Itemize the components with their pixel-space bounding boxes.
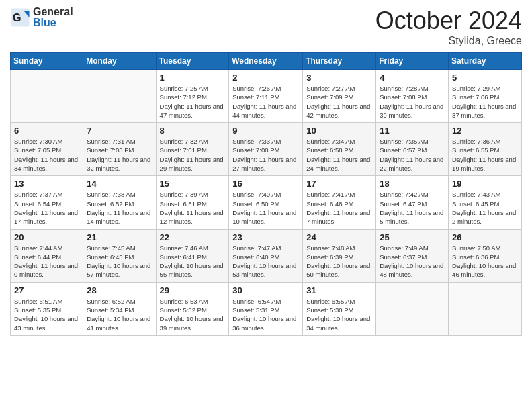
day-info: Sunrise: 7:42 AM Sunset: 6:47 PM Dayligh… — [380, 190, 445, 226]
page-header: G General Blue October 2024 Stylida, Gre… — [10, 7, 522, 47]
day-info: Sunrise: 7:34 AM Sunset: 6:58 PM Dayligh… — [306, 137, 372, 173]
day-info: Sunrise: 7:48 AM Sunset: 6:39 PM Dayligh… — [306, 244, 372, 279]
calendar-cell: 16Sunrise: 7:40 AM Sunset: 6:50 PM Dayli… — [229, 176, 303, 229]
calendar-cell: 9Sunrise: 7:33 AM Sunset: 7:00 PM Daylig… — [229, 123, 303, 176]
calendar-cell: 8Sunrise: 7:32 AM Sunset: 7:01 PM Daylig… — [156, 123, 229, 176]
day-number: 30 — [232, 285, 299, 295]
calendar-header-row: SundayMondayTuesdayWednesdayThursdayFrid… — [11, 53, 522, 70]
calendar-cell: 17Sunrise: 7:41 AM Sunset: 6:48 PM Dayli… — [303, 176, 376, 229]
day-number: 15 — [160, 179, 226, 189]
calendar-day-header: Sunday — [11, 53, 83, 70]
calendar-cell: 3Sunrise: 7:27 AM Sunset: 7:09 PM Daylig… — [303, 70, 376, 123]
day-number: 8 — [160, 126, 226, 136]
day-info: Sunrise: 7:46 AM Sunset: 6:41 PM Dayligh… — [160, 244, 226, 279]
calendar-day-header: Wednesday — [229, 53, 303, 70]
calendar-week-row: 1Sunrise: 7:25 AM Sunset: 7:12 PM Daylig… — [11, 70, 522, 123]
day-number: 19 — [452, 179, 518, 189]
day-number: 7 — [87, 126, 152, 136]
calendar-day-header: Friday — [376, 53, 449, 70]
day-number: 17 — [306, 179, 372, 189]
day-number: 1 — [160, 73, 226, 83]
calendar-cell: 5Sunrise: 7:29 AM Sunset: 7:06 PM Daylig… — [449, 70, 522, 123]
day-info: Sunrise: 6:54 AM Sunset: 5:31 PM Dayligh… — [232, 297, 299, 332]
calendar-cell: 13Sunrise: 7:37 AM Sunset: 6:54 PM Dayli… — [11, 176, 83, 229]
calendar-cell — [83, 70, 156, 123]
calendar-cell: 29Sunrise: 6:53 AM Sunset: 5:32 PM Dayli… — [156, 282, 229, 335]
calendar-cell: 18Sunrise: 7:42 AM Sunset: 6:47 PM Dayli… — [376, 176, 449, 229]
day-number: 31 — [306, 285, 372, 295]
calendar-day-header: Tuesday — [156, 53, 229, 70]
month-title: October 2024 — [375, 7, 522, 35]
logo-blue-text: Blue — [33, 17, 56, 28]
day-info: Sunrise: 7:35 AM Sunset: 6:57 PM Dayligh… — [380, 137, 445, 173]
day-info: Sunrise: 7:40 AM Sunset: 6:50 PM Dayligh… — [232, 190, 299, 226]
calendar-cell: 4Sunrise: 7:28 AM Sunset: 7:08 PM Daylig… — [376, 70, 449, 123]
calendar-cell: 23Sunrise: 7:47 AM Sunset: 6:40 PM Dayli… — [229, 229, 303, 282]
day-info: Sunrise: 6:52 AM Sunset: 5:34 PM Dayligh… — [87, 297, 152, 332]
calendar-day-header: Monday — [83, 53, 156, 70]
calendar-cell: 15Sunrise: 7:39 AM Sunset: 6:51 PM Dayli… — [156, 176, 229, 229]
calendar-cell: 30Sunrise: 6:54 AM Sunset: 5:31 PM Dayli… — [229, 282, 303, 335]
calendar-cell: 28Sunrise: 6:52 AM Sunset: 5:34 PM Dayli… — [83, 282, 156, 335]
day-info: Sunrise: 7:37 AM Sunset: 6:54 PM Dayligh… — [14, 190, 79, 226]
calendar-cell: 2Sunrise: 7:26 AM Sunset: 7:11 PM Daylig… — [229, 70, 303, 123]
calendar-week-row: 13Sunrise: 7:37 AM Sunset: 6:54 PM Dayli… — [11, 176, 522, 229]
day-info: Sunrise: 7:29 AM Sunset: 7:06 PM Dayligh… — [452, 84, 518, 120]
day-number: 10 — [306, 126, 372, 136]
calendar-cell: 25Sunrise: 7:49 AM Sunset: 6:37 PM Dayli… — [376, 229, 449, 282]
day-number: 26 — [452, 232, 518, 242]
calendar-cell: 31Sunrise: 6:55 AM Sunset: 5:30 PM Dayli… — [303, 282, 376, 335]
calendar-cell: 21Sunrise: 7:45 AM Sunset: 6:43 PM Dayli… — [83, 229, 156, 282]
day-info: Sunrise: 7:26 AM Sunset: 7:11 PM Dayligh… — [232, 84, 299, 120]
day-number: 2 — [232, 73, 299, 83]
logo: G General Blue — [10, 7, 73, 28]
calendar-cell: 12Sunrise: 7:36 AM Sunset: 6:55 PM Dayli… — [449, 123, 522, 176]
calendar-cell: 10Sunrise: 7:34 AM Sunset: 6:58 PM Dayli… — [303, 123, 376, 176]
day-number: 28 — [87, 285, 152, 295]
calendar-cell: 24Sunrise: 7:48 AM Sunset: 6:39 PM Dayli… — [303, 229, 376, 282]
location: Stylida, Greece — [375, 35, 522, 47]
calendar-cell: 1Sunrise: 7:25 AM Sunset: 7:12 PM Daylig… — [156, 70, 229, 123]
day-info: Sunrise: 7:41 AM Sunset: 6:48 PM Dayligh… — [306, 190, 372, 226]
day-number: 24 — [306, 232, 372, 242]
day-info: Sunrise: 7:39 AM Sunset: 6:51 PM Dayligh… — [160, 190, 226, 226]
calendar-day-header: Saturday — [449, 53, 522, 70]
calendar-cell: 22Sunrise: 7:46 AM Sunset: 6:41 PM Dayli… — [156, 229, 229, 282]
day-info: Sunrise: 7:33 AM Sunset: 7:00 PM Dayligh… — [232, 137, 299, 173]
day-info: Sunrise: 7:50 AM Sunset: 6:36 PM Dayligh… — [452, 244, 518, 279]
calendar-cell — [449, 282, 522, 335]
logo-general-text: General — [33, 6, 73, 17]
calendar-cell: 6Sunrise: 7:30 AM Sunset: 7:05 PM Daylig… — [11, 123, 83, 176]
calendar-cell: 27Sunrise: 6:51 AM Sunset: 5:35 PM Dayli… — [11, 282, 83, 335]
day-number: 20 — [14, 232, 79, 242]
day-info: Sunrise: 7:49 AM Sunset: 6:37 PM Dayligh… — [380, 244, 445, 279]
day-info: Sunrise: 7:36 AM Sunset: 6:55 PM Dayligh… — [452, 137, 518, 173]
calendar-cell: 11Sunrise: 7:35 AM Sunset: 6:57 PM Dayli… — [376, 123, 449, 176]
day-number: 18 — [380, 179, 445, 189]
day-number: 6 — [14, 126, 79, 136]
day-number: 9 — [232, 126, 299, 136]
day-number: 21 — [87, 232, 152, 242]
day-number: 25 — [380, 232, 445, 242]
day-number: 5 — [452, 73, 518, 83]
day-number: 22 — [160, 232, 226, 242]
day-info: Sunrise: 7:30 AM Sunset: 7:05 PM Dayligh… — [14, 137, 79, 173]
day-number: 29 — [160, 285, 226, 295]
day-info: Sunrise: 6:51 AM Sunset: 5:35 PM Dayligh… — [14, 297, 79, 332]
day-info: Sunrise: 6:53 AM Sunset: 5:32 PM Dayligh… — [160, 297, 226, 332]
logo-icon: G — [10, 7, 30, 28]
day-info: Sunrise: 7:47 AM Sunset: 6:40 PM Dayligh… — [232, 244, 299, 279]
calendar-cell — [376, 282, 449, 335]
day-info: Sunrise: 6:55 AM Sunset: 5:30 PM Dayligh… — [306, 297, 372, 332]
calendar-cell: 14Sunrise: 7:38 AM Sunset: 6:52 PM Dayli… — [83, 176, 156, 229]
calendar-cell: 19Sunrise: 7:43 AM Sunset: 6:45 PM Dayli… — [449, 176, 522, 229]
day-info: Sunrise: 7:44 AM Sunset: 6:44 PM Dayligh… — [14, 244, 79, 279]
day-info: Sunrise: 7:43 AM Sunset: 6:45 PM Dayligh… — [452, 190, 518, 226]
day-info: Sunrise: 7:45 AM Sunset: 6:43 PM Dayligh… — [87, 244, 152, 279]
calendar-week-row: 20Sunrise: 7:44 AM Sunset: 6:44 PM Dayli… — [11, 229, 522, 282]
day-number: 13 — [14, 179, 79, 189]
calendar-day-header: Thursday — [303, 53, 376, 70]
day-number: 11 — [380, 126, 445, 136]
day-number: 12 — [452, 126, 518, 136]
svg-text:G: G — [13, 11, 21, 24]
